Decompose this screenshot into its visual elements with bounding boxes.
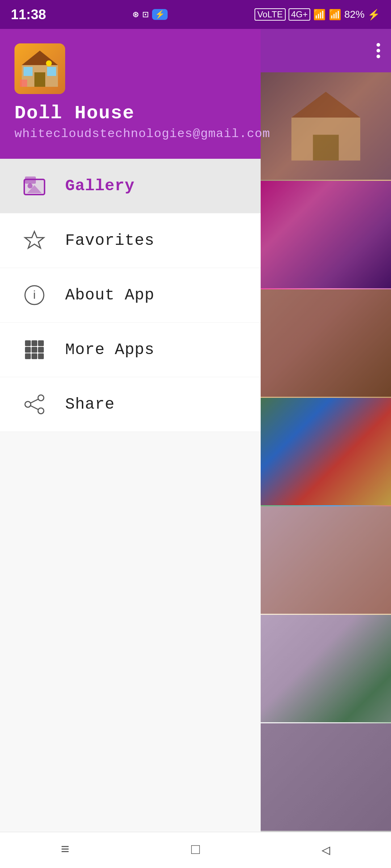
svg-rect-2 [34,72,45,87]
sidebar-item-favorites[interactable]: Favorites [0,213,261,268]
about-label: About App [65,286,155,304]
main-layout: Doll House whitecloudstechnologies@gmail… [0,29,391,832]
favorites-icon [22,228,47,253]
svg-rect-3 [24,67,33,76]
status-time: 11:38 [11,7,46,22]
cast-icon: ⊡ [142,8,148,21]
about-icon: i [22,282,47,308]
svg-point-5 [46,60,52,66]
more-apps-icon [22,337,47,362]
gallery-images [261,72,391,832]
location-icon: ⊛ [133,8,139,21]
sidebar-drawer: Doll House whitecloudstechnologies@gmail… [0,29,261,832]
battery-percent: 82% [344,9,365,20]
volte-icon: VoLTE [255,8,286,21]
signal-icon: 📶 [313,9,326,21]
gallery-image-4[interactable] [261,398,391,506]
svg-point-25 [25,401,31,407]
svg-point-10 [28,183,33,188]
svg-rect-31 [313,135,339,160]
gallery-label: Gallery [65,177,135,195]
svg-point-24 [38,395,44,401]
svg-marker-12 [25,231,44,248]
app-email: whitecloudstechnologies@gmail.com [14,127,246,141]
svg-marker-1 [22,51,58,65]
svg-rect-16 [31,340,37,346]
gallery-image-7[interactable] [261,723,391,832]
svg-rect-21 [25,353,31,359]
svg-line-27 [31,399,38,403]
svg-rect-23 [38,353,44,359]
gallery-image-3[interactable] [261,289,391,398]
more-apps-label: More Apps [65,341,155,359]
favorites-label: Favorites [65,231,155,250]
svg-rect-4 [47,67,56,76]
svg-rect-22 [31,353,37,359]
share-icon [22,392,47,417]
status-right: VoLTE 4G+ 📶 📶 82% ⚡ [255,8,380,21]
app-name: Doll House [14,103,246,124]
gallery-image-6[interactable] [261,615,391,723]
svg-marker-30 [291,92,360,117]
gallery-image-1[interactable] [261,72,391,181]
battery-charging-icon: ⚡ [367,9,380,21]
gallery-image-2[interactable] [261,181,391,289]
back-arrow-icon: ◁ [321,841,330,859]
nav-back-button[interactable]: ◁ [304,838,348,863]
signal-icon-2: 📶 [329,9,341,21]
sidebar-item-share[interactable]: Share [0,377,261,432]
svg-rect-17 [38,340,44,346]
three-dots-menu[interactable] [377,43,380,58]
svg-line-28 [31,406,38,409]
nav-bar: ≡ □ ◁ [0,832,391,868]
gallery-backdrop [261,29,391,832]
nav-home-button[interactable]: □ [174,838,217,863]
sidebar-header: Doll House whitecloudstechnologies@gmail… [0,29,261,159]
svg-rect-20 [38,347,44,353]
app-icon-svg [18,47,62,90]
app-icon-inner [14,43,65,94]
sidebar-item-about[interactable]: i About App [0,268,261,323]
svg-rect-18 [25,347,31,353]
sidebar-item-gallery[interactable]: Gallery [0,159,261,213]
hamburger-icon: ≡ [61,842,70,858]
app-icon [14,43,65,94]
sidebar-item-more-apps[interactable]: More Apps [0,323,261,377]
gallery-icon [22,173,47,199]
svg-text:i: i [33,288,35,301]
4g-icon: 4G+ [289,8,310,21]
svg-rect-19 [31,347,37,353]
nav-menu-button[interactable]: ≡ [43,838,87,863]
svg-rect-6 [20,80,27,87]
usb-badge: ⚡ [152,9,168,20]
status-bar: 11:38 ⊛ ⊡ ⚡ VoLTE 4G+ 📶 📶 82% ⚡ [0,0,391,29]
gallery-header-right [261,29,391,72]
home-square-icon: □ [191,842,200,858]
svg-rect-9 [25,176,36,184]
sidebar-menu: Gallery Favorites i Ab [0,159,261,832]
share-label: Share [65,395,115,413]
gallery-image-5[interactable] [261,506,391,615]
svg-rect-15 [25,340,31,346]
svg-point-26 [38,408,44,414]
status-icons: ⊛ ⊡ ⚡ [133,8,168,21]
